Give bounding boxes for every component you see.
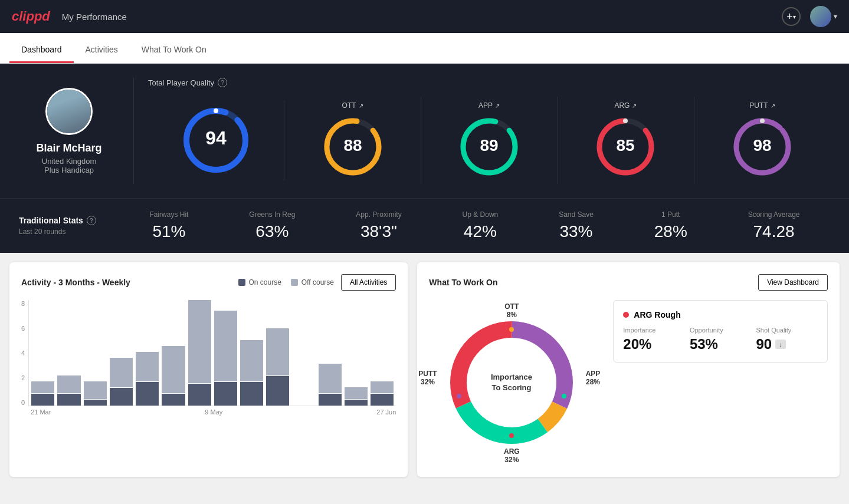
chevron-down-icon: ▾ [834, 12, 837, 21]
bar-off-course [240, 340, 263, 381]
metric-importance: Importance 20% [623, 327, 685, 353]
tabs-bar: Dashboard Activities What To Work On [0, 33, 849, 64]
bar-group [162, 300, 185, 406]
activity-panel: Activity - 3 Months - Weekly On course O… [9, 262, 408, 477]
legend-off-course: Off course [291, 278, 334, 286]
stat-updown: Up & Down 42% [463, 210, 499, 241]
x-axis: 21 Mar 9 May 27 Jun [28, 406, 396, 416]
hero-section: Blair McHarg United Kingdom Plus Handica… [0, 64, 849, 198]
svg-text:89: 89 [480, 136, 498, 154]
player-card: Blair McHarg United Kingdom Plus Handica… [19, 88, 119, 174]
svg-point-28 [509, 327, 514, 332]
bar-group [292, 300, 315, 406]
stat-1putt: 1 Putt 28% [654, 210, 687, 241]
donut-label-app: APP 28% [586, 370, 601, 386]
tab-what-to-work-on[interactable]: What To Work On [130, 37, 218, 63]
bar-on-course [162, 394, 185, 406]
bar-group [240, 300, 263, 406]
gauge-ott: OTT ↗ 88 [284, 97, 421, 184]
player-country: United Kingdom [42, 157, 97, 166]
stat-scoring: Scoring Average 74.28 [748, 210, 800, 241]
svg-point-11 [487, 118, 491, 123]
legend-on-dot [238, 279, 245, 286]
work-panel: What To Work On View Dashboard [417, 262, 840, 477]
add-button[interactable]: + ▾ [782, 7, 801, 26]
view-dashboard-button[interactable]: View Dashboard [758, 274, 828, 291]
bar-off-course [319, 364, 342, 393]
tab-dashboard[interactable]: Dashboard [9, 37, 74, 63]
gauge-ott-label: OTT ↗ [342, 101, 363, 110]
y-axis: 8 6 4 2 0 [21, 300, 28, 406]
bar-off-course [371, 381, 394, 393]
work-metrics: Importance 20% Opportunity 53% Shot Qual… [623, 327, 818, 353]
bar-group [266, 300, 289, 406]
bar-off-course [84, 381, 107, 399]
quality-label: Total Player Quality ? [148, 78, 830, 87]
gauge-putt-svg: 98 [730, 114, 795, 179]
bar-off-course [136, 352, 159, 381]
bar-on-course [266, 376, 289, 406]
bar-off-course [31, 381, 54, 393]
gauge-putt: PUTT ↗ 98 [694, 97, 830, 184]
work-card-dot [623, 312, 629, 318]
svg-text:88: 88 [343, 136, 362, 154]
svg-text:94: 94 [205, 127, 227, 149]
work-header: What To Work On View Dashboard [429, 274, 828, 291]
bar-off-course [345, 387, 368, 399]
gauge-app-label: APP ↗ [478, 101, 500, 110]
svg-point-19 [760, 118, 765, 123]
shot-quality-badge: ↓ [775, 340, 786, 349]
svg-text:Importance: Importance [491, 373, 532, 381]
bar-off-course [266, 328, 289, 375]
nav-left: clippd My Performance [12, 9, 127, 24]
work-detail-card: ARG Rough Importance 20% Opportunity 53%… [613, 300, 828, 363]
svg-point-29 [562, 394, 566, 398]
all-activities-button[interactable]: All Activities [341, 274, 396, 291]
player-avatar [45, 88, 93, 135]
bar-off-course [214, 311, 237, 381]
bar-off-course [162, 346, 185, 393]
legend-off-dot [291, 279, 298, 286]
svg-point-30 [509, 433, 514, 438]
bar-group [345, 300, 368, 406]
bottom-panels: Activity - 3 Months - Weekly On course O… [0, 253, 849, 486]
player-handicap: Plus Handicap [44, 166, 94, 174]
bar-off-course [110, 358, 133, 387]
stat-sandsave: Sand Save 33% [559, 210, 594, 241]
gauge-putt-label: PUTT ↗ [749, 101, 775, 110]
work-title: What To Work On [429, 278, 497, 287]
chart-title: Activity - 3 Months - Weekly [21, 278, 130, 287]
help-icon[interactable]: ? [87, 216, 96, 225]
bar-on-course [371, 394, 394, 406]
help-icon[interactable]: ? [218, 78, 227, 87]
tab-activities[interactable]: Activities [74, 37, 130, 63]
gauge-main-svg: 94 [181, 105, 251, 176]
bar-group [188, 300, 211, 406]
bar-off-course [188, 300, 211, 383]
bar-on-course [319, 394, 342, 406]
logo: clippd [12, 9, 50, 24]
stat-label-group: Traditional Stats ? Last 20 rounds [19, 216, 119, 236]
gauge-main: 94 [148, 100, 284, 180]
stat-greens: Greens In Reg 63% [249, 210, 295, 241]
shot-quality-value-row: 90 ↓ [756, 336, 818, 353]
arrow-up-icon: ↗ [359, 103, 363, 109]
bar-group [319, 300, 342, 406]
avatar [810, 6, 831, 27]
legend-on-course: On course [238, 278, 281, 286]
svg-text:98: 98 [753, 136, 771, 154]
arrow-up-icon: ↗ [771, 103, 775, 109]
stat-fairways: Fairways Hit 51% [149, 210, 188, 241]
chart-legend: On course Off course [238, 278, 335, 286]
bar-on-course [345, 400, 368, 406]
donut-label-arg: ARG 32% [504, 447, 520, 464]
stat-items: Fairways Hit 51% Greens In Reg 63% App. … [119, 210, 830, 241]
user-avatar-dropdown[interactable]: ▾ [810, 6, 837, 27]
metric-opportunity: Opportunity 53% [690, 327, 752, 353]
gauge-arg-label: ARG ↗ [614, 101, 637, 110]
chevron-down-icon: ▾ [793, 14, 796, 20]
svg-point-25 [469, 340, 554, 425]
stats-row: Traditional Stats ? Last 20 rounds Fairw… [0, 198, 849, 253]
bar-on-course [84, 400, 107, 406]
gauge-app: APP ↗ 89 [421, 97, 558, 184]
